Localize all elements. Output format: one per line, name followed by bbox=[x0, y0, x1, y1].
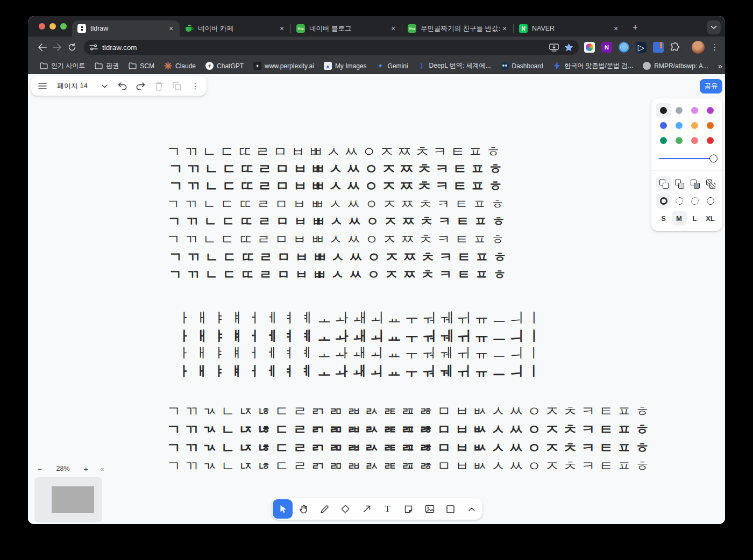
tab-naver-blog[interactable]: blog 네이버 블로그 ✕ bbox=[291, 20, 402, 37]
opacity-slider-knob[interactable] bbox=[709, 155, 718, 163]
canvas-text-vowels-2[interactable]: ㅏㅐㅑㅒㅓㅔㅕㅖㅗㅘㅙㅚㅛㅜㅝㅞㅟㅠㅡㅢㅣ bbox=[177, 329, 545, 343]
bookmark-deepl[interactable]: ⟩ DeepL 번역: 세계에... bbox=[414, 60, 495, 72]
fullscreen-window-button[interactable] bbox=[60, 23, 67, 30]
share-button[interactable]: 공유 bbox=[700, 79, 722, 94]
back-button[interactable] bbox=[34, 40, 49, 55]
draw-tool-button[interactable] bbox=[315, 499, 335, 519]
bookmark-perplexity[interactable]: ✦ www.perplexity.ai bbox=[249, 60, 318, 71]
eraser-tool-button[interactable] bbox=[336, 499, 356, 519]
text-tool-button[interactable]: T bbox=[378, 499, 397, 519]
undo-button[interactable] bbox=[113, 77, 131, 95]
bookmarks-overflow-button[interactable]: » bbox=[714, 62, 725, 70]
fill-none-button[interactable] bbox=[656, 176, 671, 191]
minimap[interactable] bbox=[34, 477, 102, 522]
canvas-text-consonants-8[interactable]: ㄱㄲㄴㄷㄸㄹㅁㅂㅃㅅㅆㅇㅈㅉㅊㅋㅌㅍㅎ bbox=[169, 268, 512, 281]
dash-solid-button[interactable] bbox=[703, 193, 718, 209]
bookmark-claude[interactable]: Claude bbox=[160, 60, 200, 71]
size-xl-button[interactable]: XL bbox=[703, 211, 718, 226]
bookmark-github-rmpr[interactable]: RMPR/atbswp: A... bbox=[638, 60, 713, 71]
fill-semi-button[interactable] bbox=[672, 176, 687, 191]
arrow-tool-button[interactable] bbox=[357, 499, 376, 519]
page-menu-button[interactable]: 페이지 14 bbox=[52, 77, 113, 95]
zoom-level[interactable]: 28% bbox=[47, 465, 79, 472]
minimap-viewport[interactable] bbox=[52, 486, 94, 513]
canvas-text-consonants-7[interactable]: ㄱㄲㄴㄷㄸㄹㅁㅂㅃㅅㅆㅇㅈㅉㅊㅋㅌㅍㅎ bbox=[169, 250, 512, 264]
deepl-extension-icon[interactable]: ▷ bbox=[636, 42, 647, 53]
canvas-text-finals-3[interactable]: ㄱㄲㄳㄴㄵㄶㄷㄹㄺㄻㄼㄽㄾㄿㅀㅁㅂㅄㅅㅆㅇㅈㅊㅋㅌㅍㅎ bbox=[167, 441, 653, 455]
color-orange[interactable] bbox=[703, 118, 718, 133]
minimize-window-button[interactable] bbox=[49, 23, 56, 30]
rectangle-tool-button[interactable] bbox=[441, 499, 460, 519]
tab-naver-cafe[interactable]: 네이버 카페 ✕ bbox=[180, 20, 290, 37]
dictionary-extension-icon[interactable] bbox=[653, 42, 664, 53]
color-red[interactable] bbox=[703, 133, 718, 148]
select-tool-button[interactable] bbox=[273, 499, 293, 519]
profile-avatar[interactable] bbox=[692, 41, 705, 54]
canvas-text-vowels-4[interactable]: ㅏㅐㅑㅒㅓㅔㅕㅖㅗㅘㅙㅚㅛㅜㅝㅞㅟㅠㅡㅢㅣ bbox=[177, 364, 545, 378]
browser-menu-button[interactable]: ⋮ bbox=[710, 42, 720, 52]
canvas-text-consonants-1[interactable]: ㄱㄲㄴㄷㄸㄹㅁㅂㅃㅅㅆㅇㅈㅉㅊㅋㅌㅍㅎ bbox=[167, 145, 504, 159]
close-tab-icon[interactable]: ✕ bbox=[167, 24, 175, 33]
bookmark-folder-pankwon[interactable]: 판권 bbox=[90, 60, 123, 72]
color-yellow[interactable] bbox=[687, 118, 702, 133]
dash-dashed-button[interactable] bbox=[672, 193, 687, 209]
color-light-red[interactable] bbox=[687, 133, 702, 148]
canvas-text-vowels-3[interactable]: ㅏㅐㅑㅒㅓㅔㅕㅖㅗㅘㅙㅚㅛㅜㅝㅞㅟㅠㅡㅢㅣ bbox=[177, 346, 545, 360]
bookmark-gemini[interactable]: ✦ Gemini bbox=[372, 60, 413, 71]
bookmark-my-images[interactable]: ▲ My Images bbox=[319, 60, 371, 71]
url-text[interactable]: tldraw.com bbox=[102, 44, 549, 52]
canvas-text-consonants-5[interactable]: ㄱㄲㄴㄷㄸㄹㅁㅂㅃㅅㅆㅇㅈㅉㅊㅋㅌㅍㅎ bbox=[168, 215, 510, 228]
color-blue[interactable] bbox=[656, 118, 671, 133]
bookmark-folder-scm[interactable]: SCM bbox=[124, 60, 159, 71]
asset-tool-button[interactable] bbox=[420, 499, 439, 519]
note-tool-button[interactable] bbox=[399, 499, 418, 519]
minimap-collapse-button[interactable]: « bbox=[100, 465, 104, 473]
main-menu-button[interactable] bbox=[33, 77, 52, 95]
bookmark-dashboard[interactable]: Dashboard bbox=[496, 60, 548, 71]
bookmark-star-icon[interactable] bbox=[564, 43, 573, 52]
color-black[interactable] bbox=[656, 103, 671, 118]
address-bar[interactable]: tldraw.com bbox=[84, 40, 579, 55]
tab-naver[interactable]: N NAVER ✕ bbox=[514, 20, 624, 37]
tab-search-button[interactable] bbox=[707, 20, 721, 34]
tab-tldraw[interactable]: tldraw ✕ bbox=[72, 20, 180, 37]
dash-draw-button[interactable] bbox=[656, 193, 671, 209]
color-light-green[interactable] bbox=[672, 133, 687, 148]
canvas-text-consonants-3[interactable]: ㄱㄲㄴㄷㄸㄹㅁㅂㅃㅅㅆㅇㅈㅉㅊㅋㅌㅍㅎ bbox=[169, 179, 506, 193]
close-window-button[interactable] bbox=[39, 23, 45, 30]
bookmark-folder-popular[interactable]: 인기 사이트 bbox=[35, 60, 89, 72]
delete-button[interactable] bbox=[150, 77, 168, 95]
hand-tool-button[interactable] bbox=[294, 499, 314, 519]
send-to-device-icon[interactable] bbox=[549, 44, 559, 52]
extensions-puzzle-icon[interactable] bbox=[670, 42, 680, 53]
close-tab-icon[interactable]: ✕ bbox=[278, 24, 286, 33]
fill-solid-button[interactable] bbox=[687, 176, 702, 191]
color-light-blue[interactable] bbox=[672, 118, 687, 133]
zoom-in-button[interactable]: + bbox=[79, 462, 94, 475]
top-toolbar-menu-button[interactable]: ⋮ bbox=[186, 77, 204, 95]
new-tab-button[interactable]: + bbox=[628, 20, 643, 35]
size-s-button[interactable]: S bbox=[656, 211, 671, 226]
globe-extension-icon[interactable] bbox=[619, 42, 629, 53]
close-tab-icon[interactable]: ✕ bbox=[389, 24, 397, 33]
forward-button[interactable] bbox=[49, 40, 65, 55]
more-tools-button[interactable] bbox=[461, 499, 481, 519]
canvas-text-finals-1[interactable]: ㄱㄲㄳㄴㄵㄶㄷㄹㄺㄻㄼㄽㄾㄿㅀㅁㅂㅄㅅㅆㅇㅈㅊㅋㅌㅍㅎ bbox=[167, 404, 653, 418]
canvas-text-finals-2[interactable]: ㄱㄲㄳㄴㄵㄶㄷㄹㄺㄻㄼㄽㄾㄿㅀㅁㅂㅄㅅㅆㅇㅈㅊㅋㅌㅍㅎ bbox=[167, 422, 653, 436]
canvas-text-consonants-4[interactable]: ㄱㄲㄴㄷㄸㄹㅁㅂㅃㅅㅆㅇㅈㅉㅊㅋㅌㅍㅎ bbox=[167, 198, 509, 211]
canvas-text-consonants-6[interactable]: ㄱㄲㄴㄷㄸㄹㅁㅂㅃㅅㅆㅇㅈㅉㅊㅋㅌㅍㅎ bbox=[167, 233, 509, 246]
close-tab-icon[interactable]: ✕ bbox=[612, 24, 620, 33]
canvas-text-vowels-1[interactable]: ㅏㅐㅑㅒㅓㅔㅕㅖㅗㅘㅙㅚㅛㅜㅝㅞㅟㅠㅡㅢㅣ bbox=[177, 311, 545, 325]
color-grey[interactable] bbox=[672, 103, 687, 118]
redo-button[interactable] bbox=[131, 77, 150, 95]
gallery-extension-icon[interactable] bbox=[584, 42, 595, 53]
color-green[interactable] bbox=[656, 133, 671, 148]
size-m-button[interactable]: M bbox=[672, 211, 687, 226]
tldraw-canvas[interactable]: 페이지 14 ⋮ 공유 bbox=[28, 74, 725, 524]
bookmark-chatgpt[interactable]: ✳ ChatGPT bbox=[201, 60, 248, 71]
opacity-slider[interactable] bbox=[651, 151, 722, 166]
close-tab-icon[interactable]: ✕ bbox=[500, 24, 509, 33]
zoom-out-button[interactable]: − bbox=[32, 462, 47, 475]
tab-moomin-post[interactable]: blog 무민골짜기의 친구들 반값으로 정리 ✕ bbox=[402, 20, 513, 37]
color-light-violet[interactable] bbox=[687, 103, 702, 118]
